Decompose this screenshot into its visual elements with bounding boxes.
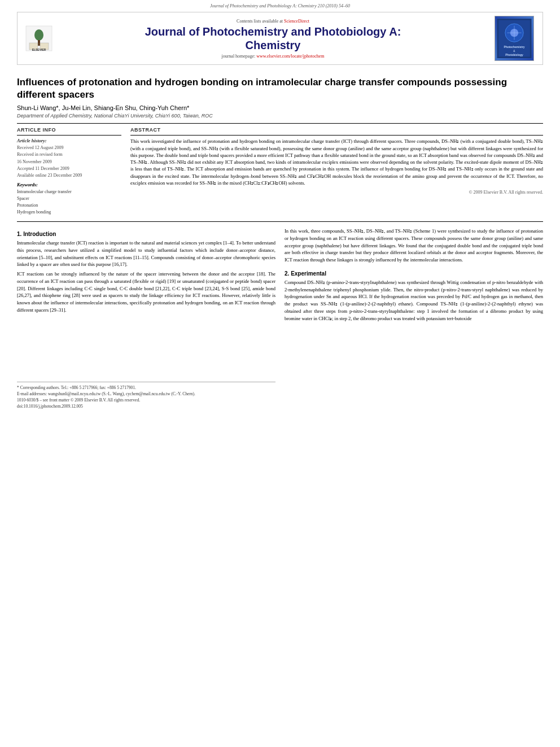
keyword-1: Intramolecular charge transfer [17, 189, 121, 195]
divider-info [17, 135, 121, 136]
abstract-text: This work investigated the influence of … [130, 138, 543, 186]
abstract-col: ABSTRACT This work investigated the infl… [130, 127, 543, 216]
history-label: Article history: [17, 138, 121, 143]
body-right-col: In this work, three compounds, SS–NH₂, D… [285, 228, 543, 410]
accepted-row: Accepted 11 December 2009 [17, 165, 121, 172]
footnotes: * Corresponding authors. Tel.: +886 5 27… [17, 382, 275, 410]
body-left-col: 1. Introduction Intramolecular charge tr… [17, 228, 275, 410]
header-center: Contents lists available at ScienceDirec… [54, 19, 492, 59]
section2-title: 2. Experimental [285, 270, 543, 277]
body-columns: 1. Introduction Intramolecular charge tr… [17, 228, 543, 410]
article-title: Influences of protonation and hydrogen b… [17, 76, 543, 101]
article-info-abstract: ARTICLE INFO Article history: Received 1… [17, 127, 543, 216]
keyword-4: Hydrogen bonding [17, 209, 121, 216]
sciencedirect-link[interactable]: ScienceDirect [284, 19, 309, 24]
svg-text:Photobiology: Photobiology [505, 54, 523, 56]
copyright: © 2009 Elsevier B.V. All rights reserved… [130, 190, 543, 195]
article-info-heading: ARTICLE INFO [17, 127, 121, 133]
divider-abstract [130, 135, 543, 136]
journal-header: ELSEVIER Contents lists available at Sci… [17, 12, 543, 65]
revised-date-row: 16 November 2009 [17, 159, 121, 165]
footnote-email: E-mail addresses: wangshunli@mail.ncyu.e… [17, 391, 275, 397]
article-authors: Shun-Li Wang*, Ju-Mei Lin, Shiang-En Shu… [17, 104, 543, 111]
svg-rect-2 [38, 40, 40, 46]
top-journal-line: Journal of Photochemistry and Photobiolo… [0, 0, 560, 10]
journal-homepage: journal homepage: www.elsevier.com/locat… [54, 54, 492, 59]
article-affiliation: Department of Applied Chemistry, Nationa… [17, 113, 543, 119]
footnote-star: * Corresponding authors. Tel.: +886 5 27… [17, 385, 275, 391]
article-info-col: ARTICLE INFO Article history: Received 1… [17, 127, 121, 216]
journal-title: Journal of Photochemistry and Photobiolo… [54, 25, 492, 52]
svg-text:ELSEVIER: ELSEVIER [32, 48, 46, 51]
section1-title: 1. Introduction [17, 231, 275, 237]
footnote-issn: 1010-6030/$ – see front matter © 2009 El… [17, 397, 275, 403]
available-row: Available online 23 December 2009 [17, 172, 121, 178]
section1-text: Intramolecular charge transfer (ICT) rea… [17, 239, 275, 314]
svg-text:Photochemistry: Photochemistry [504, 46, 524, 49]
contents-line: Contents lists available at ScienceDirec… [54, 19, 492, 24]
keywords-label: Keywords: [17, 182, 121, 187]
abstract-heading: ABSTRACT [130, 127, 543, 133]
right-intro-text: In this work, three compounds, SS–NH₂, D… [285, 228, 543, 264]
section2-text: Compound DS–NH₂ (p-amino-2-trans-styryIn… [285, 279, 543, 322]
keyword-2: Spacer [17, 195, 121, 202]
header-right: Photochemistry & Photobiology [492, 16, 537, 61]
homepage-url[interactable]: www.elsevier.com/locate/jphotochem [256, 54, 324, 59]
divider-body [17, 221, 543, 222]
article-content: Influences of protonation and hydrogen b… [0, 65, 560, 416]
page: Journal of Photochemistry and Photobiolo… [0, 0, 560, 747]
received-row: Received 12 August 2009 [17, 145, 121, 151]
footnote-doi: doi:10.1016/j.jphotochem.2009.12.005 [17, 403, 275, 409]
header-left: ELSEVIER [23, 23, 54, 54]
svg-point-1 [34, 29, 43, 41]
journal-thumbnail: Photochemistry & Photobiology [495, 16, 534, 61]
revised-label-row: Received in revised form [17, 151, 121, 158]
keyword-3: Protonation [17, 202, 121, 209]
elsevier-logo: ELSEVIER [23, 23, 54, 54]
divider [17, 123, 543, 124]
